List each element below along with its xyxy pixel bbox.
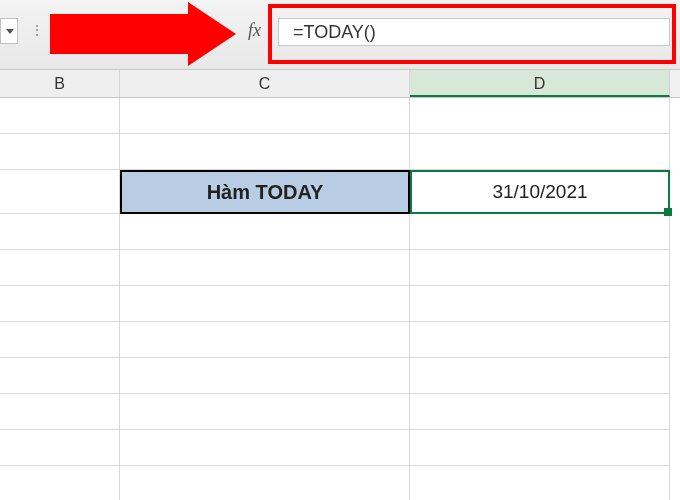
cell-value: 31/10/2021 <box>492 181 587 203</box>
cell[interactable] <box>120 394 410 430</box>
cell[interactable] <box>410 430 670 466</box>
chevron-down-icon[interactable] <box>6 29 14 34</box>
cell[interactable] <box>0 134 120 170</box>
cell[interactable] <box>0 430 120 466</box>
table-row <box>0 322 680 358</box>
formula-bar-input[interactable]: =TODAY() <box>278 18 670 46</box>
cell[interactable] <box>120 358 410 394</box>
cell[interactable] <box>120 430 410 466</box>
cell[interactable] <box>410 358 670 394</box>
cell[interactable] <box>0 214 120 250</box>
column-header-D[interactable]: D <box>410 70 670 97</box>
cell[interactable] <box>410 322 670 358</box>
cell[interactable] <box>410 286 670 322</box>
cell[interactable] <box>410 466 670 500</box>
table-row <box>0 286 680 322</box>
column-headers-row: B C D <box>0 70 680 98</box>
cell[interactable] <box>120 286 410 322</box>
table-row <box>0 394 680 430</box>
cell[interactable] <box>0 322 120 358</box>
cell[interactable] <box>120 466 410 500</box>
cell[interactable] <box>410 98 670 134</box>
fill-handle[interactable] <box>664 208 672 216</box>
column-header-B[interactable]: B <box>0 70 120 97</box>
cell[interactable] <box>410 134 670 170</box>
spreadsheet-grid[interactable]: Hàm TODAY 31/10/2021 <box>0 98 680 500</box>
cell[interactable] <box>0 170 120 214</box>
table-row <box>0 466 680 500</box>
cell[interactable] <box>0 286 120 322</box>
table-row: Hàm TODAY 31/10/2021 <box>0 170 680 214</box>
cell[interactable] <box>120 134 410 170</box>
cell[interactable] <box>120 250 410 286</box>
table-row <box>0 98 680 134</box>
table-row <box>0 250 680 286</box>
cell[interactable] <box>0 466 120 500</box>
cell[interactable] <box>120 98 410 134</box>
table-row <box>0 358 680 394</box>
label-cell[interactable]: Hàm TODAY <box>120 170 410 214</box>
name-box[interactable] <box>0 18 18 44</box>
cell[interactable] <box>0 358 120 394</box>
cell[interactable] <box>0 98 120 134</box>
cell[interactable] <box>120 214 410 250</box>
formula-toolbar: ⋮ fx =TODAY() <box>0 0 680 70</box>
annotation-arrow <box>50 2 250 64</box>
result-cell-selected[interactable]: 31/10/2021 <box>410 170 670 214</box>
cell[interactable] <box>120 322 410 358</box>
cell[interactable] <box>410 214 670 250</box>
cell[interactable] <box>0 394 120 430</box>
table-row <box>0 214 680 250</box>
cell[interactable] <box>0 250 120 286</box>
table-row <box>0 430 680 466</box>
cell[interactable] <box>410 250 670 286</box>
column-header-C[interactable]: C <box>120 70 410 97</box>
cell[interactable] <box>410 394 670 430</box>
table-row <box>0 134 680 170</box>
grip-dots-icon: ⋮ <box>30 22 46 38</box>
